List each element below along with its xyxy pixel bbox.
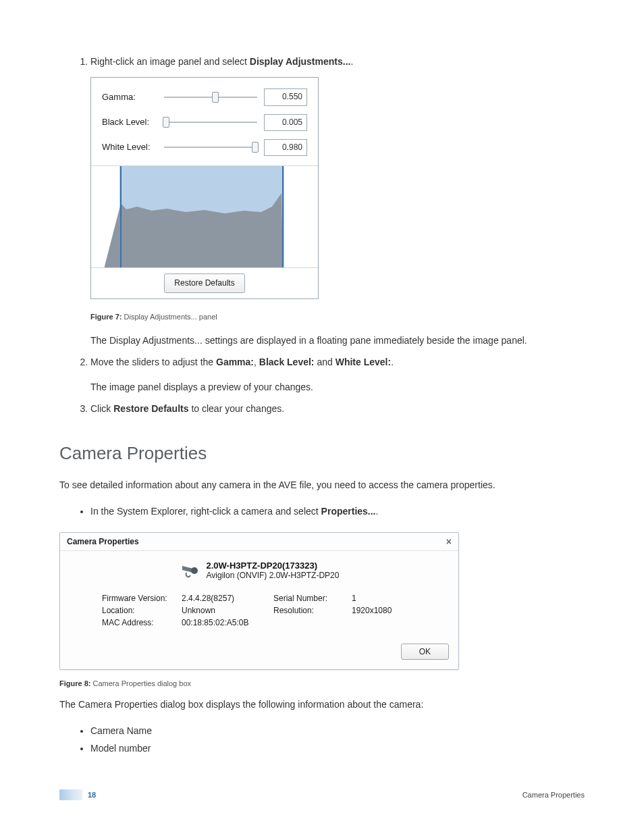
properties-instruction: In the System Explorer, right-click a ca…	[90, 502, 585, 521]
gamma-thumb[interactable]	[212, 92, 219, 103]
dialog-footer: OK	[60, 637, 458, 669]
gamma-slider[interactable]	[164, 91, 257, 103]
dialog-titlebar: Camera Properties ×	[60, 533, 458, 551]
location-value: Unknown	[182, 606, 269, 615]
black-level-value[interactable]: 0.005	[264, 114, 307, 131]
camera-name: 2.0W-H3PTZ-DP20(173323)	[207, 561, 340, 571]
figure-7-caption: Figure 7: Display Adjustments... panel	[90, 311, 585, 323]
page-logo	[59, 789, 82, 800]
after-dialog-text: The Camera Properties dialog box display…	[59, 697, 585, 712]
black-level-slider[interactable]	[164, 116, 257, 128]
gamma-value[interactable]: 0.550	[264, 88, 307, 105]
gamma-row: Gamma: 0.550	[102, 88, 307, 105]
resolution-value: 1920x1080	[352, 606, 426, 615]
close-icon[interactable]: ×	[446, 537, 452, 546]
dialog-title: Camera Properties	[67, 537, 139, 546]
step-1-text: Right-click an image panel and select Di…	[90, 56, 353, 67]
step-3-text: Click Restore Defaults to clear your cha…	[90, 403, 284, 414]
step-2: Move the sliders to adjust the Gamma:, B…	[90, 355, 585, 394]
gamma-label: Gamma:	[102, 90, 161, 105]
section-intro: To see detailed information about any ca…	[59, 477, 585, 492]
white-level-row: White Level: 0.980	[102, 139, 307, 156]
info-list: Camera Name Model number	[59, 722, 585, 758]
camera-properties-dialog: Camera Properties × 2.0W-H3PTZ-DP20(1733…	[59, 532, 459, 670]
step-2-subtext: The image panel displays a preview of yo…	[90, 380, 585, 394]
white-level-value[interactable]: 0.980	[264, 139, 307, 156]
page-footer: 18 Camera Properties	[59, 789, 585, 800]
page-number: 18	[88, 791, 96, 799]
sliders-area: Gamma: 0.550 Black Level:	[91, 78, 318, 166]
dialog-header-text: 2.0W-H3PTZ-DP20(173323) Avigilon (ONVIF)…	[207, 561, 340, 580]
ok-button[interactable]: OK	[401, 644, 449, 660]
info-item-camera-name: Camera Name	[90, 722, 585, 740]
resolution-label: Resolution:	[273, 606, 348, 615]
camera-model: Avigilon (ONVIF) 2.0W-H3PTZ-DP20	[207, 571, 340, 580]
white-level-slider[interactable]	[164, 141, 257, 153]
restore-defaults-button[interactable]: Restore Defaults	[164, 273, 244, 293]
histogram	[91, 166, 318, 267]
location-label: Location:	[102, 606, 178, 615]
dialog-body: 2.0W-H3PTZ-DP20(173323) Avigilon (ONVIF)…	[60, 551, 458, 637]
firmware-label: Firmware Version:	[102, 594, 178, 603]
display-adjustments-panel: Gamma: 0.550 Black Level:	[90, 77, 319, 299]
properties-grid: Firmware Version: 2.4.4.28(8257) Serial …	[102, 594, 446, 627]
step-3: Click Restore Defaults to clear your cha…	[90, 401, 585, 416]
page-number-wrap: 18	[59, 789, 96, 800]
black-level-thumb[interactable]	[163, 117, 169, 128]
mac-value: 00:18:85:02:A5:0B	[182, 618, 269, 627]
mac-label: MAC Address:	[102, 618, 178, 627]
step-1-subtext: The Display Adjustments... settings are …	[90, 333, 585, 348]
figure-8-caption: Figure 8: Camera Properties dialog box	[59, 679, 585, 687]
black-level-row: Black Level: 0.005	[102, 114, 307, 131]
serial-value: 1	[352, 594, 426, 603]
serial-label: Serial Number:	[273, 594, 348, 603]
camera-icon	[180, 562, 200, 579]
black-level-label: Black Level:	[102, 115, 161, 130]
svg-point-4	[191, 567, 198, 574]
dialog-header: 2.0W-H3PTZ-DP20(173323) Avigilon (ONVIF)…	[72, 561, 446, 580]
step-2-text: Move the sliders to adjust the Gamma:, B…	[90, 357, 394, 367]
section-title: Camera Properties	[59, 443, 585, 464]
info-item-model-number: Model number	[90, 739, 585, 758]
step-1: Right-click an image panel and select Di…	[90, 54, 585, 348]
white-level-label: White Level:	[102, 140, 161, 155]
footer-section: Camera Properties	[522, 791, 585, 799]
firmware-value: 2.4.4.28(8257)	[182, 594, 269, 603]
white-level-thumb[interactable]	[252, 142, 259, 153]
panel-footer: Restore Defaults	[91, 267, 318, 298]
